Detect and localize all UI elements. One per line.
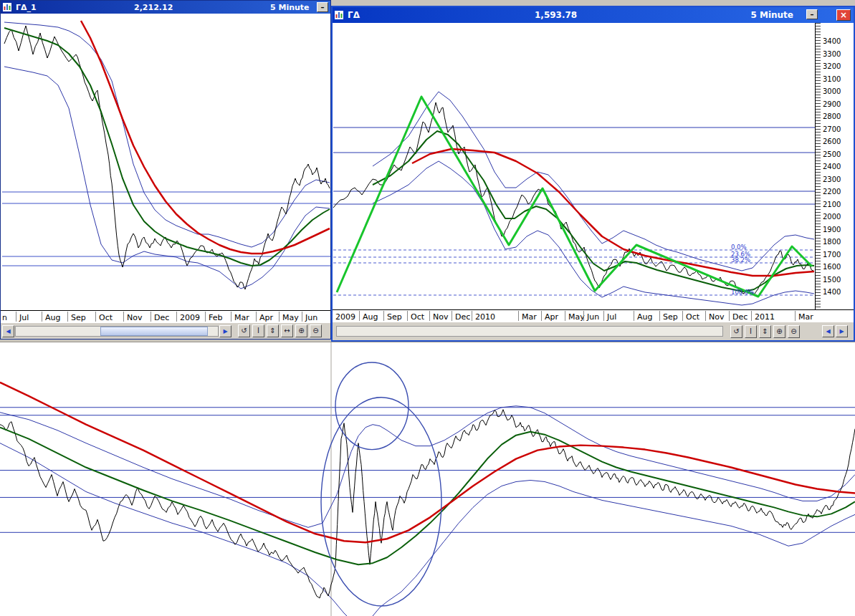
x-axis-label: 2011 (755, 312, 775, 322)
x-axis-tick (729, 311, 730, 321)
x-axis-tick (407, 311, 408, 321)
x-axis-tick (429, 311, 430, 321)
scroll-left-button[interactable]: ◀ (2, 325, 14, 337)
refresh-icon[interactable]: ↺ (730, 325, 742, 338)
last-price: 2,212.12 (134, 3, 173, 12)
scroll-left-button[interactable]: ◀ (822, 325, 834, 337)
crosshair-icon[interactable]: I (745, 325, 757, 338)
bottom-chart (0, 342, 855, 616)
left-chart (1, 14, 330, 310)
x-axis-label: Aug (637, 312, 652, 322)
right-titlebar[interactable]: ΓΔ 1,593.78 5 Minute – × (333, 7, 854, 23)
y-axis-ticks (816, 23, 821, 309)
x-axis-label: Aug (45, 313, 60, 322)
zoom-in-icon[interactable]: ⊕ (773, 325, 785, 338)
bottom-chart-panel[interactable] (0, 342, 855, 616)
x-axis-label: Sep (663, 312, 678, 322)
close-button[interactable]: × (836, 9, 851, 21)
chart-window-icon (335, 11, 343, 19)
x-axis-tick (452, 311, 452, 321)
x-axis-label: Jul (607, 312, 616, 322)
left-chart-area[interactable] (1, 14, 330, 310)
zoom-out-icon[interactable]: ⊖ (310, 324, 322, 337)
scrollbar-thumb[interactable] (100, 327, 208, 336)
x-axis-tick (634, 311, 634, 321)
x-axis-label: Sep (387, 312, 402, 322)
y-axis-label: 1700 (823, 251, 841, 259)
x-axis-label: 2010 (475, 312, 495, 322)
x-axis-label: Aug (363, 312, 378, 322)
x-axis-tick (42, 312, 42, 322)
left-titlebar[interactable]: ΓΔ_1 2,212.12 5 Minute – (1, 1, 330, 14)
x-axis-label: Nov (709, 312, 724, 322)
scroll-right-button[interactable]: ▶ (219, 325, 231, 337)
y-axis-label: 3000 (823, 87, 841, 95)
right-y-axis: 3400330032003100300029002800270026002500… (815, 23, 854, 309)
x-axis-tick (205, 312, 206, 322)
y-axis-label: 2600 (823, 138, 841, 145)
right-scroll-row: ↺I⇕⊕⊖ ◀ ▶ (333, 322, 854, 340)
refresh-icon[interactable]: ↺ (238, 324, 250, 337)
x-axis-label: May (282, 313, 299, 322)
y-axis-label: 2400 (823, 163, 841, 170)
x-axis-label: Mar (798, 312, 813, 322)
x-axis-label: Oct (686, 312, 699, 322)
y-axis-label: 2900 (823, 100, 841, 108)
x-axis-label: Jun (587, 312, 599, 322)
x-axis-label: Mar (234, 313, 249, 322)
x-axis-tick (541, 311, 542, 321)
zoom-in-icon[interactable]: ⊕ (295, 324, 307, 337)
x-axis-tick (383, 311, 384, 321)
x-axis-label: Mar (522, 312, 537, 322)
x-axis-tick (682, 311, 683, 321)
x-axis-tick (705, 311, 706, 321)
y-axis-label: 3100 (823, 75, 841, 83)
chart-window-active: ΓΔ 1,593.78 5 Minute – × 0.0%23.6%38.2%1… (331, 6, 855, 342)
x-axis-label: Dec (154, 313, 169, 322)
y-axis-label: 2100 (823, 201, 841, 208)
x-axis-tick (583, 311, 584, 321)
fibonacci-label: 38.2% (731, 256, 750, 264)
scale-vertical-icon[interactable]: ⇕ (267, 324, 279, 337)
y-axis-label: 3200 (823, 62, 841, 70)
x-axis-tick (518, 311, 519, 321)
x-axis-label: Jul (19, 313, 29, 322)
x-axis-label: 2009 (180, 313, 200, 322)
x-axis-tick (302, 312, 302, 322)
x-axis-label: Dec (455, 312, 470, 322)
timeframe-label: 5 Minute (270, 3, 310, 12)
left-scroll-row: ◀ ▶ ↺I⇕↔⊕⊖ (1, 323, 330, 339)
y-axis-label: 1500 (823, 276, 841, 284)
x-axis-tick (565, 311, 565, 321)
x-axis-label: Apr (545, 312, 558, 322)
left-chart-toolbar: ↺I⇕↔⊕⊖ (236, 324, 322, 337)
x-axis-tick (279, 312, 280, 322)
y-axis-label: 1800 (823, 238, 841, 246)
x-axis-label: Dec (732, 312, 747, 322)
right-chart: 0.0%23.6%38.2%100.0% (333, 23, 815, 309)
window-title: ΓΔ (348, 10, 360, 20)
x-axis-label: Jun (305, 313, 317, 322)
x-axis-label: Oct (99, 313, 113, 322)
minimize-button[interactable]: – (806, 9, 818, 19)
scroll-right-button[interactable]: ▶ (836, 325, 848, 337)
scale-vertical-icon[interactable]: ⇕ (759, 325, 771, 338)
chart-nav-group: ◀ ▶ (822, 325, 848, 337)
scale-horizontal-icon[interactable]: ↔ (281, 324, 293, 337)
horizontal-scrollbar[interactable] (336, 326, 723, 337)
last-price: 1,593.78 (535, 10, 577, 20)
y-axis-label: 2500 (823, 150, 841, 158)
crosshair-icon[interactable]: I (252, 324, 264, 337)
minimize-button[interactable]: – (317, 2, 328, 12)
right-chart-area[interactable]: 0.0%23.6%38.2%100.0% (333, 23, 815, 309)
fibonacci-label: 0.0% (731, 244, 747, 251)
y-axis-label: 3300 (823, 50, 841, 58)
left-x-axis: nJulAugSepOctNovDec2009FebMarAprMayJun (1, 310, 330, 323)
y-axis-label: 2300 (823, 175, 841, 183)
horizontal-scrollbar[interactable] (15, 326, 219, 337)
zoom-out-icon[interactable]: ⊖ (788, 325, 800, 338)
y-axis-label: 3400 (823, 37, 841, 45)
y-axis-label: 1600 (823, 263, 841, 271)
workspace: ΓΔ_1 2,212.12 5 Minute – nJulAugSepOctNo… (0, 0, 855, 616)
x-axis-tick (95, 312, 96, 322)
